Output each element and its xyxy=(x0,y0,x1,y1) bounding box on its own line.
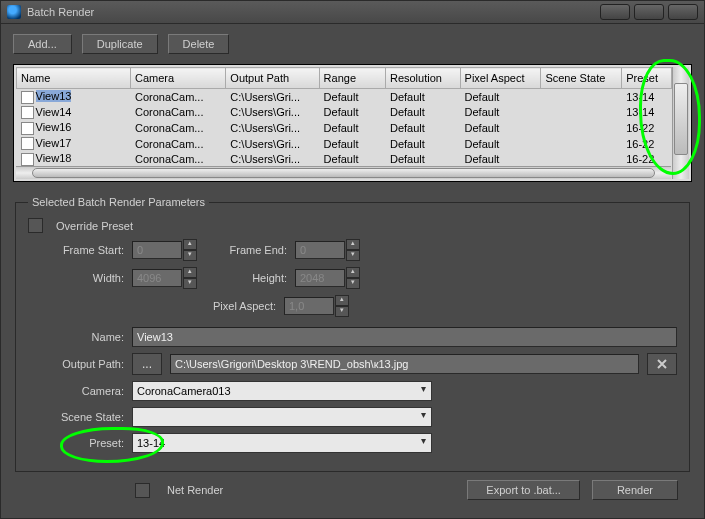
row-cell: C:\Users\Gri... xyxy=(226,136,319,152)
list-hscroll-handle[interactable] xyxy=(32,168,655,178)
height-down[interactable]: ▾ xyxy=(346,278,360,289)
row-cell: Default xyxy=(385,105,460,121)
row-name: View17 xyxy=(36,137,72,149)
width-label: Width: xyxy=(28,272,124,284)
row-cell: C:\Users\Gri... xyxy=(226,151,319,167)
delete-button[interactable]: Delete xyxy=(168,34,230,54)
close-icon xyxy=(656,358,668,370)
column-header[interactable]: Name xyxy=(17,68,131,89)
preset-select[interactable]: 13-14 xyxy=(132,433,432,453)
add-button[interactable]: Add... xyxy=(13,34,72,54)
table-row[interactable]: View14CoronaCam...C:\Users\Gri...Default… xyxy=(17,105,672,121)
table-row[interactable]: View16CoronaCam...C:\Users\Gri...Default… xyxy=(17,120,672,136)
scene-state-select[interactable] xyxy=(132,407,432,427)
column-header[interactable]: Pixel Aspect xyxy=(460,68,541,89)
net-render-label: Net Render xyxy=(167,484,223,496)
pixel-aspect-up[interactable]: ▴ xyxy=(335,295,349,306)
row-cell: Default xyxy=(319,120,385,136)
camera-label: Camera: xyxy=(28,385,124,397)
window-title: Batch Render xyxy=(27,6,600,18)
column-header[interactable]: Resolution xyxy=(385,68,460,89)
frame-end-up[interactable]: ▴ xyxy=(346,239,360,250)
frame-start-down[interactable]: ▾ xyxy=(183,250,197,261)
row-cell: C:\Users\Gri... xyxy=(226,89,319,105)
row-cell: 16-22 xyxy=(622,136,672,152)
pixel-aspect-input[interactable] xyxy=(284,297,334,315)
scene-state-label: Scene State: xyxy=(28,411,124,423)
output-path-label: Output Path: xyxy=(28,358,124,370)
list-vscrollbar[interactable] xyxy=(672,67,689,179)
camera-select[interactable]: CoronaCamera013 xyxy=(132,381,432,401)
preset-label: Preset: xyxy=(28,437,124,449)
duplicate-button[interactable]: Duplicate xyxy=(82,34,158,54)
name-label: Name: xyxy=(28,331,124,343)
frame-start-input[interactable] xyxy=(132,241,182,259)
row-cell: Default xyxy=(385,89,460,105)
row-checkbox[interactable] xyxy=(21,106,34,119)
height-label: Height: xyxy=(205,272,287,284)
row-checkbox[interactable] xyxy=(21,122,34,135)
height-up[interactable]: ▴ xyxy=(346,267,360,278)
row-cell: Default xyxy=(460,151,541,167)
output-path-browse-button[interactable]: ... xyxy=(132,353,162,375)
row-name: View18 xyxy=(36,152,72,164)
row-cell: CoronaCam... xyxy=(131,136,226,152)
maximize-button[interactable] xyxy=(634,4,664,20)
table-row[interactable]: View18CoronaCam...C:\Users\Gri...Default… xyxy=(17,151,672,167)
minimize-button[interactable] xyxy=(600,4,630,20)
row-checkbox[interactable] xyxy=(21,153,34,166)
frame-start-label: Frame Start: xyxy=(28,244,124,256)
row-cell: Default xyxy=(319,136,385,152)
net-render-checkbox[interactable] xyxy=(135,483,150,498)
row-checkbox[interactable] xyxy=(21,137,34,150)
frame-end-label: Frame End: xyxy=(205,244,287,256)
frame-end-input[interactable] xyxy=(295,241,345,259)
width-down[interactable]: ▾ xyxy=(183,278,197,289)
list-hscrollbar[interactable] xyxy=(16,166,671,179)
batch-render-window: Batch Render Add... Duplicate Delete xyxy=(0,0,705,519)
row-cell xyxy=(541,89,622,105)
row-cell: Default xyxy=(319,89,385,105)
column-header[interactable]: Preset xyxy=(622,68,672,89)
row-cell: CoronaCam... xyxy=(131,151,226,167)
batch-list[interactable]: NameCameraOutput PathRangeResolutionPixe… xyxy=(13,64,692,182)
pixel-aspect-down[interactable]: ▾ xyxy=(335,306,349,317)
list-vscroll-handle[interactable] xyxy=(674,83,688,155)
row-checkbox[interactable] xyxy=(21,91,34,104)
row-cell: C:\Users\Gri... xyxy=(226,120,319,136)
column-header[interactable]: Output Path xyxy=(226,68,319,89)
row-name: View14 xyxy=(36,106,72,118)
output-path-input[interactable] xyxy=(170,354,639,374)
row-cell: CoronaCam... xyxy=(131,105,226,121)
column-header[interactable]: Scene State xyxy=(541,68,622,89)
row-cell xyxy=(541,105,622,121)
row-cell: Default xyxy=(319,151,385,167)
row-cell: Default xyxy=(385,136,460,152)
row-cell: Default xyxy=(385,151,460,167)
row-cell xyxy=(541,151,622,167)
width-up[interactable]: ▴ xyxy=(183,267,197,278)
row-cell: Default xyxy=(460,136,541,152)
export-bat-button[interactable]: Export to .bat... xyxy=(467,480,580,500)
height-input[interactable] xyxy=(295,269,345,287)
table-row[interactable]: View17CoronaCam...C:\Users\Gri...Default… xyxy=(17,136,672,152)
row-cell: C:\Users\Gri... xyxy=(226,105,319,121)
name-input[interactable] xyxy=(132,327,677,347)
column-header[interactable]: Range xyxy=(319,68,385,89)
table-row[interactable]: View13CoronaCam...C:\Users\Gri...Default… xyxy=(17,89,672,105)
frame-start-up[interactable]: ▴ xyxy=(183,239,197,250)
close-button[interactable] xyxy=(668,4,698,20)
output-path-clear-button[interactable] xyxy=(647,353,677,375)
row-cell: 16-22 xyxy=(622,120,672,136)
render-button[interactable]: Render xyxy=(592,480,678,500)
titlebar[interactable]: Batch Render xyxy=(1,1,704,24)
row-cell: Default xyxy=(460,120,541,136)
row-cell: CoronaCam... xyxy=(131,120,226,136)
width-input[interactable] xyxy=(132,269,182,287)
row-cell: 13-14 xyxy=(622,105,672,121)
override-preset-checkbox[interactable] xyxy=(28,218,43,233)
override-preset-label: Override Preset xyxy=(56,220,133,232)
column-header[interactable]: Camera xyxy=(131,68,226,89)
frame-end-down[interactable]: ▾ xyxy=(346,250,360,261)
row-name: View16 xyxy=(36,121,72,133)
